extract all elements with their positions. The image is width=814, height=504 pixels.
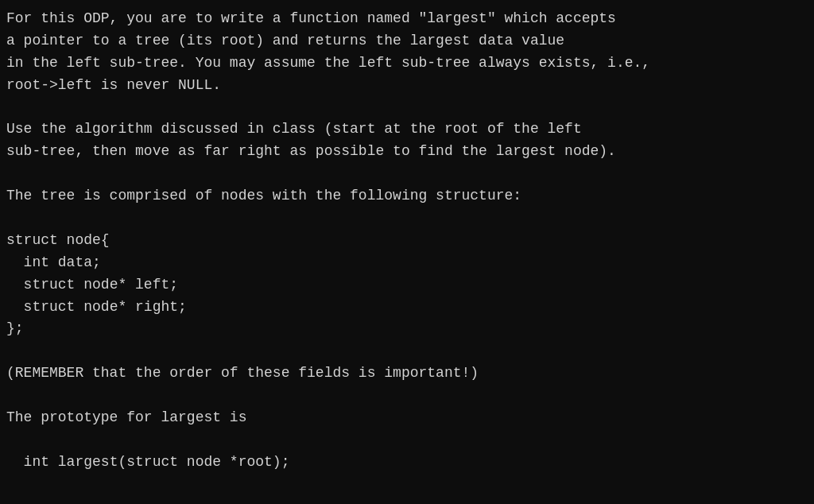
code-display: For this ODP, you are to write a functio… (6, 8, 808, 474)
